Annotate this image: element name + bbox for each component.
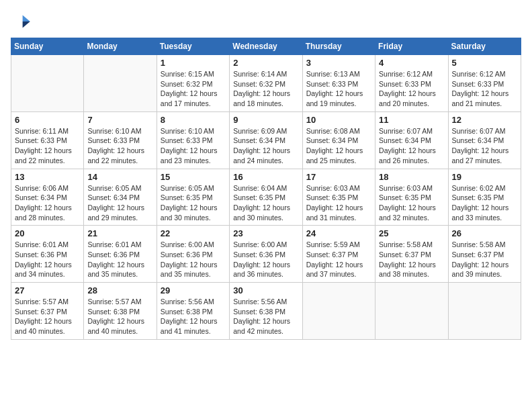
- day-number: 14: [87, 172, 152, 182]
- day-info: Sunrise: 5:58 AMSunset: 6:37 PMDaylight:…: [452, 240, 517, 279]
- calendar-cell: 4Sunrise: 6:12 AMSunset: 6:33 PMDaylight…: [375, 55, 448, 112]
- day-info: Sunrise: 6:07 AMSunset: 6:34 PMDaylight:…: [452, 126, 517, 166]
- day-number: 7: [87, 115, 152, 125]
- calendar-cell: 12Sunrise: 6:07 AMSunset: 6:34 PMDayligh…: [448, 111, 521, 169]
- calendar-table: SundayMondayTuesdayWednesdayThursdayFrid…: [11, 38, 521, 340]
- day-number: 8: [161, 115, 226, 125]
- day-info: Sunrise: 6:00 AMSunset: 6:36 PMDaylight:…: [161, 240, 226, 279]
- day-info: Sunrise: 6:06 AMSunset: 6:34 PMDaylight:…: [15, 183, 80, 223]
- day-number: 25: [379, 228, 444, 238]
- calendar-cell: 5Sunrise: 6:12 AMSunset: 6:33 PMDaylight…: [448, 55, 521, 112]
- day-number: 4: [379, 58, 444, 68]
- calendar-cell: 24Sunrise: 5:59 AMSunset: 6:37 PMDayligh…: [302, 226, 375, 283]
- day-info: Sunrise: 6:12 AMSunset: 6:33 PMDaylight:…: [452, 69, 517, 109]
- day-number: 6: [15, 115, 80, 125]
- calendar-cell: 14Sunrise: 6:05 AMSunset: 6:34 PMDayligh…: [84, 169, 157, 226]
- day-number: 23: [233, 228, 298, 238]
- calendar-cell: 23Sunrise: 6:00 AMSunset: 6:36 PMDayligh…: [230, 226, 302, 283]
- col-header-sunday: Sunday: [11, 38, 84, 55]
- week-row-3: 13Sunrise: 6:06 AMSunset: 6:34 PMDayligh…: [11, 169, 521, 226]
- calendar-cell: 29Sunrise: 5:56 AMSunset: 6:38 PMDayligh…: [157, 283, 229, 340]
- calendar-cell: 10Sunrise: 6:08 AMSunset: 6:34 PMDayligh…: [302, 111, 375, 169]
- calendar-cell: [84, 55, 157, 112]
- calendar-cell: 7Sunrise: 6:10 AMSunset: 6:33 PMDaylight…: [84, 111, 157, 169]
- calendar-cell: 26Sunrise: 5:58 AMSunset: 6:37 PMDayligh…: [448, 226, 521, 283]
- day-number: 9: [233, 115, 298, 125]
- day-info: Sunrise: 5:57 AMSunset: 6:38 PMDaylight:…: [87, 297, 152, 336]
- calendar-cell: [302, 283, 375, 340]
- day-number: 28: [87, 285, 152, 295]
- calendar-cell: 16Sunrise: 6:04 AMSunset: 6:35 PMDayligh…: [230, 169, 302, 226]
- day-info: Sunrise: 6:03 AMSunset: 6:35 PMDaylight:…: [379, 183, 444, 223]
- day-number: 29: [161, 285, 226, 295]
- day-number: 21: [87, 228, 152, 238]
- day-info: Sunrise: 5:58 AMSunset: 6:37 PMDaylight:…: [379, 240, 444, 279]
- logo: [11, 11, 35, 32]
- calendar-cell: 1Sunrise: 6:15 AMSunset: 6:32 PMDaylight…: [157, 55, 229, 112]
- day-info: Sunrise: 6:07 AMSunset: 6:34 PMDaylight:…: [379, 126, 444, 166]
- day-info: Sunrise: 6:08 AMSunset: 6:34 PMDaylight:…: [306, 126, 371, 166]
- calendar-cell: 13Sunrise: 6:06 AMSunset: 6:34 PMDayligh…: [11, 169, 84, 226]
- day-number: 13: [15, 172, 80, 182]
- week-row-4: 20Sunrise: 6:01 AMSunset: 6:36 PMDayligh…: [11, 226, 521, 283]
- week-row-1: 1Sunrise: 6:15 AMSunset: 6:32 PMDaylight…: [11, 55, 521, 112]
- calendar-cell: 19Sunrise: 6:02 AMSunset: 6:35 PMDayligh…: [448, 169, 521, 226]
- calendar-cell: 25Sunrise: 5:58 AMSunset: 6:37 PMDayligh…: [375, 226, 448, 283]
- col-header-wednesday: Wednesday: [230, 38, 302, 55]
- col-header-tuesday: Tuesday: [157, 38, 229, 55]
- calendar-cell: 22Sunrise: 6:00 AMSunset: 6:36 PMDayligh…: [157, 226, 229, 283]
- calendar-cell: [11, 55, 84, 112]
- day-number: 5: [452, 58, 517, 68]
- day-info: Sunrise: 6:03 AMSunset: 6:35 PMDaylight:…: [306, 183, 371, 223]
- calendar-cell: 21Sunrise: 6:01 AMSunset: 6:36 PMDayligh…: [84, 226, 157, 283]
- day-info: Sunrise: 6:09 AMSunset: 6:34 PMDaylight:…: [233, 126, 298, 166]
- day-number: 1: [161, 58, 226, 68]
- calendar-body: 1Sunrise: 6:15 AMSunset: 6:32 PMDaylight…: [11, 55, 521, 340]
- day-info: Sunrise: 6:04 AMSunset: 6:35 PMDaylight:…: [233, 183, 298, 223]
- day-info: Sunrise: 6:01 AMSunset: 6:36 PMDaylight:…: [87, 240, 152, 279]
- calendar-cell: 3Sunrise: 6:13 AMSunset: 6:33 PMDaylight…: [302, 55, 375, 112]
- day-info: Sunrise: 6:13 AMSunset: 6:33 PMDaylight:…: [306, 69, 371, 109]
- svg-marker-1: [23, 21, 30, 28]
- day-info: Sunrise: 6:00 AMSunset: 6:36 PMDaylight:…: [233, 240, 298, 279]
- day-info: Sunrise: 6:12 AMSunset: 6:33 PMDaylight:…: [379, 69, 444, 109]
- calendar-cell: 11Sunrise: 6:07 AMSunset: 6:34 PMDayligh…: [375, 111, 448, 169]
- calendar-cell: 6Sunrise: 6:11 AMSunset: 6:33 PMDaylight…: [11, 111, 84, 169]
- day-info: Sunrise: 6:01 AMSunset: 6:36 PMDaylight:…: [15, 240, 80, 279]
- day-number: 11: [379, 115, 444, 125]
- calendar-cell: 27Sunrise: 5:57 AMSunset: 6:37 PMDayligh…: [11, 283, 84, 340]
- calendar-cell: [375, 283, 448, 340]
- day-number: 26: [452, 228, 517, 238]
- day-info: Sunrise: 5:56 AMSunset: 6:38 PMDaylight:…: [233, 297, 298, 336]
- day-number: 30: [233, 285, 298, 295]
- day-info: Sunrise: 6:05 AMSunset: 6:34 PMDaylight:…: [87, 183, 152, 223]
- col-header-saturday: Saturday: [448, 38, 521, 55]
- logo-icon: [11, 11, 32, 32]
- page-header: [11, 11, 521, 32]
- calendar-cell: [448, 283, 521, 340]
- day-info: Sunrise: 6:15 AMSunset: 6:32 PMDaylight:…: [161, 69, 226, 109]
- day-number: 27: [15, 285, 80, 295]
- day-info: Sunrise: 6:05 AMSunset: 6:35 PMDaylight:…: [161, 183, 226, 223]
- col-header-thursday: Thursday: [302, 38, 375, 55]
- day-number: 12: [452, 115, 517, 125]
- day-info: Sunrise: 6:10 AMSunset: 6:33 PMDaylight:…: [161, 126, 226, 166]
- calendar-cell: 20Sunrise: 6:01 AMSunset: 6:36 PMDayligh…: [11, 226, 84, 283]
- day-info: Sunrise: 6:14 AMSunset: 6:32 PMDaylight:…: [233, 69, 298, 109]
- week-row-2: 6Sunrise: 6:11 AMSunset: 6:33 PMDaylight…: [11, 111, 521, 169]
- calendar-cell: 9Sunrise: 6:09 AMSunset: 6:34 PMDaylight…: [230, 111, 302, 169]
- svg-marker-0: [23, 15, 30, 21]
- col-header-friday: Friday: [375, 38, 448, 55]
- calendar-cell: 15Sunrise: 6:05 AMSunset: 6:35 PMDayligh…: [157, 169, 229, 226]
- day-number: 10: [306, 115, 371, 125]
- day-number: 15: [161, 172, 226, 182]
- calendar-cell: 18Sunrise: 6:03 AMSunset: 6:35 PMDayligh…: [375, 169, 448, 226]
- day-info: Sunrise: 5:59 AMSunset: 6:37 PMDaylight:…: [306, 240, 371, 279]
- day-number: 3: [306, 58, 371, 68]
- day-info: Sunrise: 5:57 AMSunset: 6:37 PMDaylight:…: [15, 297, 80, 336]
- day-number: 16: [233, 172, 298, 182]
- week-row-5: 27Sunrise: 5:57 AMSunset: 6:37 PMDayligh…: [11, 283, 521, 340]
- day-number: 17: [306, 172, 371, 182]
- day-number: 22: [161, 228, 226, 238]
- day-info: Sunrise: 6:11 AMSunset: 6:33 PMDaylight:…: [15, 126, 80, 166]
